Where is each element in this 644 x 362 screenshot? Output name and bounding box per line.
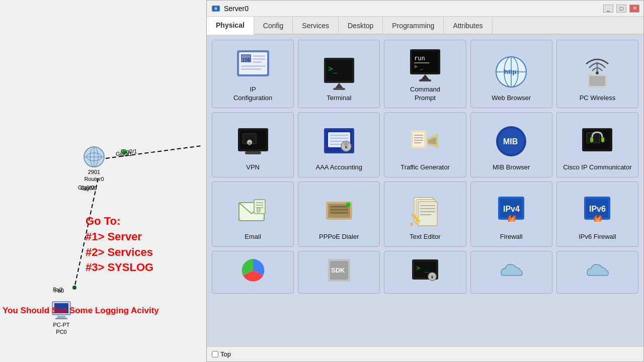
tab-physical[interactable]: Physical <box>207 17 254 35</box>
app-label-aaa-accounting: AAA Accounting <box>316 163 363 172</box>
svg-rect-23 <box>253 55 265 57</box>
svg-text:IPv4: IPv4 <box>503 205 520 213</box>
app-grid-container[interactable]: 106 IPConfiguration >_ <box>207 35 643 346</box>
network-canvas: Gig0/1 Gig0/0 Fa0 2901 Router0 Gig0/1 Gi… <box>0 0 206 362</box>
maximize-button[interactable]: □ <box>616 5 626 13</box>
svg-text:SDK: SDK <box>331 266 345 274</box>
app-label-traffic-generator: Traffic Generator <box>400 163 450 172</box>
svg-rect-56 <box>245 151 261 154</box>
svg-text:>_: >_ <box>328 64 338 73</box>
instruction-block: Go To: #1> Server #2> Services #3> SYSLO… <box>86 214 153 276</box>
app-label-mib-browser: MIB Browser <box>493 163 530 172</box>
app-tile-mib-browser[interactable]: MIB MIB Browser <box>470 112 552 177</box>
app-label-vpn: VPN <box>246 163 260 172</box>
instruction-line3: #2> Services <box>86 245 153 260</box>
svg-rect-95 <box>330 212 348 214</box>
app-tile-ip-config[interactable]: 106 IPConfiguration <box>212 40 294 108</box>
tab-config[interactable]: Config <box>254 17 293 35</box>
app-tile-cloud2[interactable] <box>556 251 638 294</box>
svg-point-49 <box>596 71 599 74</box>
instruction-line2: #1> Server <box>86 229 153 245</box>
app-tile-terminal[interactable]: >_ Terminal <box>298 40 380 108</box>
top-checkbox-input[interactable] <box>212 351 218 357</box>
svg-rect-27 <box>241 68 261 70</box>
app-tile-command-prompt[interactable]: run > _ CommandPrompt <box>384 40 466 108</box>
svg-text:> _: > _ <box>416 264 429 273</box>
app-tile-aaa-accounting[interactable]: AAA Accounting <box>298 112 380 177</box>
svg-rect-68 <box>413 132 424 146</box>
app-label-firewall: Firewall <box>500 233 523 241</box>
tab-services[interactable]: Services <box>293 17 339 35</box>
window-controls: _ □ ✕ <box>603 5 639 13</box>
pc-label-2: PC0 <box>56 329 66 335</box>
svg-rect-83 <box>601 137 604 142</box>
server-window: Server0 _ □ ✕ Physical Config Services D… <box>206 0 644 362</box>
svg-rect-82 <box>590 137 593 142</box>
ipv6-firewall-icon: IPv6 <box>579 193 615 229</box>
cisco-ip-communicator-icon <box>579 123 615 159</box>
svg-marker-38 <box>421 74 429 79</box>
pc-label-1: PC-PT <box>53 322 70 328</box>
title-bar: Server0 _ □ ✕ <box>207 1 643 17</box>
app-tile-email[interactable]: @ Email <box>212 182 294 247</box>
svg-text:106: 106 <box>242 57 251 63</box>
gig00-display: Gig0/0 <box>80 185 97 191</box>
close-button[interactable]: ✕ <box>629 5 639 13</box>
mib-browser-icon: MIB <box>493 123 529 159</box>
svg-rect-99 <box>418 202 437 226</box>
bottom-bar: Top <box>207 346 643 361</box>
text-editor-icon <box>407 193 443 229</box>
svg-point-96 <box>346 203 350 207</box>
app-label-ip-config: IPConfiguration <box>233 85 272 103</box>
fa0-display: Fa0 <box>54 288 64 294</box>
svg-rect-94 <box>330 209 348 211</box>
svg-rect-93 <box>330 206 348 208</box>
tab-attributes[interactable]: Attributes <box>444 17 492 35</box>
svg-rect-39 <box>419 79 431 81</box>
app-tile-ipv6-firewall[interactable]: IPv6 IPv6 Firewall <box>556 182 638 247</box>
app-tile-traffic-generator[interactable]: Traffic Generator <box>384 112 466 177</box>
email-icon: @ <box>235 193 271 229</box>
svg-point-66 <box>344 142 348 146</box>
app-grid: 106 IPConfiguration >_ <box>212 40 638 294</box>
svg-rect-19 <box>241 54 251 55</box>
router-icon <box>83 146 105 168</box>
svg-rect-12 <box>55 318 67 319</box>
app-label-command-prompt: CommandPrompt <box>410 85 440 103</box>
tab-bar: Physical Config Services Desktop Program… <box>207 17 643 35</box>
app-label-text-editor: Text Editor <box>410 233 440 241</box>
svg-text:> _: > _ <box>414 64 424 70</box>
svg-text:run: run <box>414 55 425 62</box>
app-tile-vpn[interactable]: VPN <box>212 112 294 177</box>
app-tile-web-browser[interactable]: http: Web Browser <box>470 40 552 108</box>
svg-text:@: @ <box>256 207 261 213</box>
app-tile-cloud1[interactable] <box>470 251 552 294</box>
app-tile-cisco-ip-communicator[interactable]: Cisco IP Communicator <box>556 112 638 177</box>
minimize-button[interactable]: _ <box>603 5 613 13</box>
svg-rect-26 <box>241 65 265 67</box>
app-tile-pc-wireless[interactable]: PC Wireless <box>556 40 638 108</box>
tab-programming[interactable]: Programming <box>383 17 444 35</box>
tab-desktop[interactable]: Desktop <box>339 17 383 35</box>
pppoe-dialer-icon <box>321 193 357 229</box>
app-tile-pie[interactable] <box>212 251 294 294</box>
svg-rect-11 <box>57 316 65 318</box>
app-tile-terminal2[interactable]: > _ <box>384 251 466 294</box>
command-prompt-icon: run > _ <box>407 45 443 81</box>
app-label-ipv6-firewall: IPv6 Firewall <box>579 233 616 241</box>
app-tile-text-editor[interactable]: Text Editor <box>384 182 466 247</box>
router-node: 2901 Router0 <box>83 146 105 182</box>
top-checkbox-label[interactable]: Top <box>212 350 231 358</box>
firewall-icon: IPv4 <box>493 193 529 229</box>
svg-rect-47 <box>589 76 605 86</box>
app-tile-firewall[interactable]: IPv4 Firewall <box>470 182 552 247</box>
svg-text:IPv6: IPv6 <box>589 205 606 213</box>
svg-point-15 <box>214 7 217 10</box>
app-tile-sdk[interactable]: SDK <box>298 251 380 294</box>
svg-rect-121 <box>431 276 433 279</box>
svg-rect-24 <box>253 58 265 60</box>
svg-text:MIB: MIB <box>503 137 518 146</box>
top-checkbox-text: Top <box>220 350 231 358</box>
app-tile-pppoe-dialer[interactable]: PPPoE Dialer <box>298 182 380 247</box>
ip-config-icon: 106 <box>235 45 271 81</box>
